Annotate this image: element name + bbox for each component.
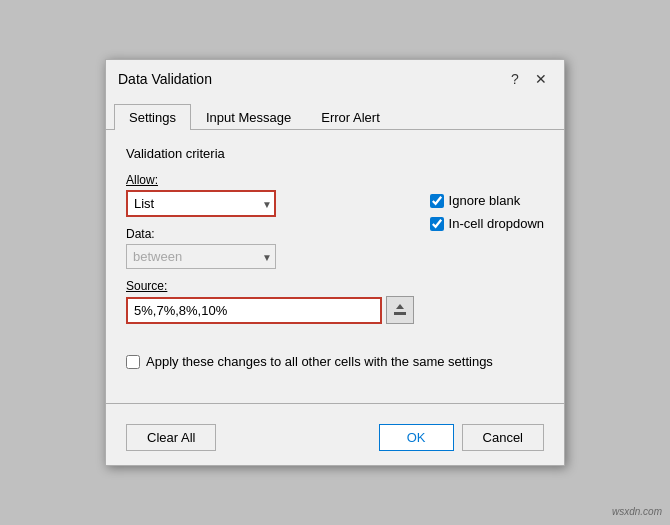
tab-settings[interactable]: Settings xyxy=(114,104,191,130)
tab-input-message[interactable]: Input Message xyxy=(191,104,306,130)
watermark: wsxdn.com xyxy=(612,506,662,517)
content-area: Validation criteria Allow: List Any valu… xyxy=(106,130,564,393)
svg-marker-1 xyxy=(396,304,404,309)
allow-group: Allow: List Any value Whole number Decim… xyxy=(126,173,414,217)
source-collapse-button[interactable] xyxy=(386,296,414,324)
title-bar: Data Validation ? ✕ xyxy=(106,60,564,96)
clear-all-button[interactable]: Clear All xyxy=(126,424,216,451)
data-select[interactable]: between xyxy=(126,244,276,269)
in-cell-dropdown-label: In-cell dropdown xyxy=(449,216,544,231)
footer: Clear All OK Cancel xyxy=(106,416,564,465)
apply-row: Apply these changes to all other cells w… xyxy=(126,354,544,369)
dialog-title: Data Validation xyxy=(118,71,212,87)
tab-bar: Settings Input Message Error Alert xyxy=(106,100,564,130)
right-column: Ignore blank In-cell dropdown xyxy=(430,173,544,235)
allow-row: Allow: List Any value Whole number Decim… xyxy=(126,173,544,334)
ignore-blank-checkbox[interactable] xyxy=(430,194,444,208)
source-row xyxy=(126,296,414,324)
ignore-blank-label: Ignore blank xyxy=(449,193,521,208)
in-cell-dropdown-checkbox[interactable] xyxy=(430,217,444,231)
data-validation-dialog: Data Validation ? ✕ Settings Input Messa… xyxy=(105,59,565,466)
allow-select[interactable]: List Any value Whole number Decimal Date… xyxy=(126,190,276,217)
in-cell-dropdown-row: In-cell dropdown xyxy=(430,216,544,231)
left-column: Allow: List Any value Whole number Decim… xyxy=(126,173,414,334)
allow-label: Allow: xyxy=(126,173,414,187)
ok-button[interactable]: OK xyxy=(379,424,454,451)
data-group: Data: between ▼ xyxy=(126,227,414,269)
section-title: Validation criteria xyxy=(126,146,544,161)
source-label: Source: xyxy=(126,279,414,293)
apply-all-label: Apply these changes to all other cells w… xyxy=(146,354,493,369)
ignore-blank-row: Ignore blank xyxy=(430,193,544,208)
data-select-wrapper: between ▼ xyxy=(126,244,276,269)
cancel-button[interactable]: Cancel xyxy=(462,424,544,451)
close-button[interactable]: ✕ xyxy=(530,68,552,90)
source-group: Source: xyxy=(126,279,414,324)
tab-error-alert[interactable]: Error Alert xyxy=(306,104,395,130)
source-input[interactable] xyxy=(126,297,382,324)
help-button[interactable]: ? xyxy=(504,68,526,90)
title-bar-left: Data Validation xyxy=(118,71,212,87)
allow-select-wrapper: List Any value Whole number Decimal Date… xyxy=(126,190,276,217)
collapse-icon xyxy=(393,303,407,317)
footer-divider xyxy=(106,403,564,404)
apply-all-checkbox[interactable] xyxy=(126,355,140,369)
title-bar-right: ? ✕ xyxy=(504,68,552,90)
svg-rect-0 xyxy=(394,312,406,315)
footer-right-buttons: OK Cancel xyxy=(379,424,544,451)
data-label: Data: xyxy=(126,227,414,241)
